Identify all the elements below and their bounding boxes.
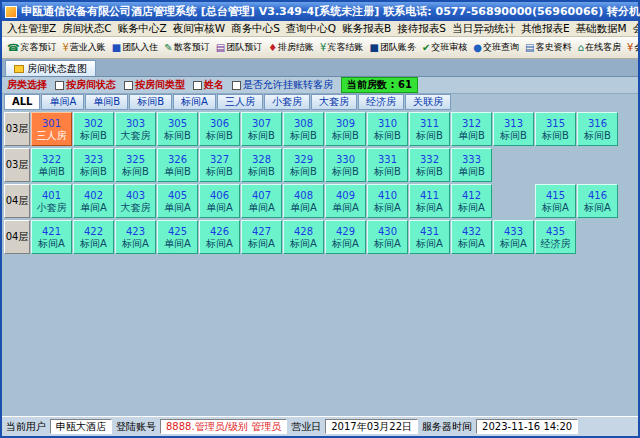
- room-cell[interactable]: 407单间A: [241, 184, 282, 218]
- room-cell[interactable]: 310标间B: [367, 112, 408, 146]
- room-cell[interactable]: 327标间B: [199, 148, 240, 182]
- room-cell[interactable]: 416标间A: [577, 184, 618, 218]
- room-cell[interactable]: 431标间A: [409, 220, 450, 254]
- floor-label[interactable]: 03层: [4, 148, 30, 182]
- room-type-label: 小套房: [37, 202, 67, 213]
- room-cell[interactable]: 306标间B: [199, 112, 240, 146]
- menu-item[interactable]: 基础数据M: [573, 22, 630, 36]
- room-cell[interactable]: 408单间A: [283, 184, 324, 218]
- room-cell[interactable]: 432标间A: [451, 220, 492, 254]
- toolbar-button[interactable]: ▤客史资料: [522, 39, 574, 56]
- room-type-tab[interactable]: 经济房: [358, 94, 404, 110]
- menu-item[interactable]: 商务中心S: [228, 22, 283, 36]
- menu-item[interactable]: 会员管理Y: [630, 22, 638, 36]
- toolbar-button[interactable]: ♦排房结账: [265, 39, 317, 56]
- room-cell[interactable]: 315标间B: [535, 112, 576, 146]
- room-cell[interactable]: 411标间A: [409, 184, 450, 218]
- room-type-tab[interactable]: ALL: [4, 94, 40, 110]
- room-cell[interactable]: 415标间A: [535, 184, 576, 218]
- room-cell[interactable]: 425单间A: [157, 220, 198, 254]
- room-cell[interactable]: 409单间A: [325, 184, 366, 218]
- toolbar-button[interactable]: ⌂在线客房: [575, 39, 624, 56]
- room-type-tab[interactable]: 三人房: [217, 94, 263, 110]
- room-cell[interactable]: 312单间B: [451, 112, 492, 146]
- by-status-checkbox[interactable]: 按房间状态: [55, 78, 116, 92]
- room-type-tab[interactable]: 单间B: [85, 94, 128, 110]
- room-type-label: 单间A: [80, 202, 107, 213]
- room-cell[interactable]: 316标间B: [577, 112, 618, 146]
- menu-bar: 入住管理Z房间状态C账务中心Z夜间审核W商务中心S查询中心Q账务报表B接待报表S…: [2, 21, 638, 37]
- menu-item[interactable]: 夜间审核W: [170, 22, 228, 36]
- room-cell[interactable]: 435经济房: [535, 220, 576, 254]
- by-type-checkbox[interactable]: 按房间类型: [124, 78, 185, 92]
- menu-item[interactable]: 接待报表S: [394, 22, 449, 36]
- room-cell[interactable]: 405单间A: [157, 184, 198, 218]
- room-type-tab[interactable]: 单间A: [41, 94, 84, 110]
- room-type-tab[interactable]: 标间B: [129, 94, 172, 110]
- name-checkbox[interactable]: 姓名: [193, 78, 224, 92]
- toolbar-button[interactable]: ¥营业入账: [59, 39, 108, 56]
- room-number: 302: [84, 118, 103, 129]
- room-cell[interactable]: 406单间A: [199, 184, 240, 218]
- room-cell[interactable]: 331标间B: [367, 148, 408, 182]
- room-type-tab[interactable]: 小套房: [264, 94, 310, 110]
- room-cell[interactable]: 308标间B: [283, 112, 324, 146]
- menu-item[interactable]: 房间状态C: [59, 22, 114, 36]
- toolbar-button[interactable]: ✎散客预订: [161, 39, 212, 56]
- room-status-map-tab[interactable]: 房间状态盘图: [5, 60, 96, 76]
- room-cell[interactable]: 410标间A: [367, 184, 408, 218]
- room-cell[interactable]: 325标间B: [115, 148, 156, 182]
- allow-transfer-checkbox[interactable]: 是否允许挂账转客房: [232, 78, 333, 92]
- room-cell[interactable]: 423标间A: [115, 220, 156, 254]
- floor-label[interactable]: 03层: [4, 112, 30, 146]
- room-cell[interactable]: 305标间B: [157, 112, 198, 146]
- room-cell[interactable]: 412标间A: [451, 184, 492, 218]
- menu-item[interactable]: 其他报表E: [518, 22, 573, 36]
- menu-item[interactable]: 查询中心Q: [283, 22, 339, 36]
- toolbar-button[interactable]: ☎宾客预订: [4, 39, 59, 56]
- toolbar-button[interactable]: ●交班查询: [470, 39, 522, 56]
- toolbar-button[interactable]: ¥会员充值: [624, 39, 638, 56]
- menu-item[interactable]: 入住管理Z: [4, 22, 59, 36]
- room-cell[interactable]: 301三人房: [31, 112, 72, 146]
- toolbar-button[interactable]: ✔交班审核: [419, 39, 470, 56]
- room-cell[interactable]: 329标间B: [283, 148, 324, 182]
- floor-label[interactable]: 04层: [4, 184, 30, 218]
- toolbar-button[interactable]: ■团队入住: [109, 39, 161, 56]
- room-cell[interactable]: 433标间A: [493, 220, 534, 254]
- room-cell[interactable]: 302标间B: [73, 112, 114, 146]
- toolbar-button[interactable]: ■团队账务: [366, 39, 418, 56]
- room-cell[interactable]: 322单间B: [31, 148, 72, 182]
- room-cell[interactable]: 428标间A: [283, 220, 324, 254]
- menu-item[interactable]: 账务中心Z: [115, 22, 170, 36]
- room-cell[interactable]: 402单间A: [73, 184, 114, 218]
- room-cell[interactable]: 323标间B: [73, 148, 114, 182]
- room-cell[interactable]: 422标间A: [73, 220, 114, 254]
- room-cell[interactable]: 401小套房: [31, 184, 72, 218]
- menu-item[interactable]: 当日异动统计: [449, 22, 518, 36]
- room-cell[interactable]: 328标间B: [241, 148, 282, 182]
- room-cell[interactable]: 332标间B: [409, 148, 450, 182]
- room-cell[interactable]: 309标间B: [325, 112, 366, 146]
- toolbar-button[interactable]: ▤团队预订: [213, 39, 265, 56]
- room-cell[interactable]: 311标间B: [409, 112, 450, 146]
- room-type-tab[interactable]: 大套房: [311, 94, 357, 110]
- room-cell[interactable]: 403大套房: [115, 184, 156, 218]
- room-cell[interactable]: 430标间A: [367, 220, 408, 254]
- room-type-tab[interactable]: 关联房: [405, 94, 451, 110]
- room-cell[interactable]: 303大套房: [115, 112, 156, 146]
- room-cell[interactable]: 333单间B: [451, 148, 492, 182]
- room-cell[interactable]: 427标间A: [241, 220, 282, 254]
- room-cell[interactable]: 330标间B: [325, 148, 366, 182]
- menu-item[interactable]: 账务报表B: [339, 22, 394, 36]
- room-number: 328: [252, 154, 271, 165]
- toolbar-button[interactable]: ¥宾客结账: [317, 39, 366, 56]
- floor-label[interactable]: 04层: [4, 220, 30, 254]
- room-cell[interactable]: 326单间B: [157, 148, 198, 182]
- room-type-tab[interactable]: 标间A: [173, 94, 216, 110]
- room-cell[interactable]: 426标间A: [199, 220, 240, 254]
- room-cell[interactable]: 307标间B: [241, 112, 282, 146]
- room-cell[interactable]: 429标间A: [325, 220, 366, 254]
- room-cell[interactable]: 421标间A: [31, 220, 72, 254]
- room-cell[interactable]: 313标间B: [493, 112, 534, 146]
